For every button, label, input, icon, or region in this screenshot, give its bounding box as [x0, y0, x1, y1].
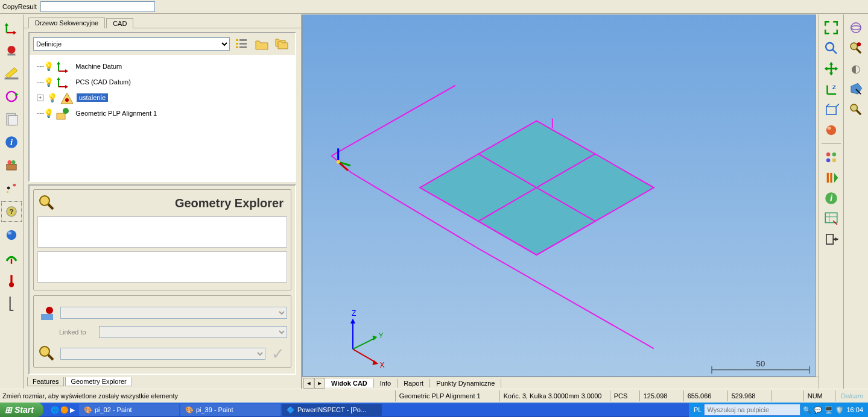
task-pi39[interactable]: 🎨pi_39 - Paint — [180, 404, 280, 416]
ie-icon[interactable]: 🌐 — [51, 406, 59, 414]
svg-line-90 — [836, 104, 839, 107]
svg-point-65 — [337, 160, 340, 164]
shaded-sphere-icon[interactable] — [822, 121, 841, 140]
svg-text:?: ? — [10, 208, 14, 215]
render-icon[interactable]: ◐ — [846, 59, 866, 78]
play-icon[interactable] — [822, 168, 841, 187]
bulb-icon: 💡 — [43, 61, 54, 71]
viewport-canvas[interactable]: Z Y X 50 — [302, 14, 816, 377]
zoom-small-icon[interactable] — [846, 100, 866, 119]
pan-icon[interactable] — [822, 59, 841, 78]
tab-cad[interactable]: CAD — [106, 18, 133, 28]
copyresult-input[interactable] — [40, 1, 155, 12]
zoom-icon[interactable] — [822, 39, 841, 58]
red-sphere-icon[interactable] — [2, 41, 21, 60]
tab-features[interactable]: Features — [27, 377, 64, 386]
tree-toolbar: Definicje — [30, 33, 295, 55]
svg-rect-29 — [236, 46, 238, 48]
vp-tab-raport[interactable]: Raport — [398, 379, 430, 387]
svg-point-114 — [851, 104, 857, 111]
svg-marker-81 — [829, 62, 834, 65]
exit-icon[interactable] — [822, 230, 841, 249]
folders-icon[interactable] — [273, 36, 291, 52]
yellow-marker-icon[interactable] — [2, 64, 21, 83]
probe-icon — [37, 303, 57, 322]
svg-rect-102 — [825, 213, 837, 222]
tree-item-plp-alignment[interactable]: ┄┄ 💡 Geometric PLP Alignment 1 — [32, 105, 293, 121]
svg-text:Y: Y — [378, 331, 383, 340]
right-toolbar-2: ◐ — [843, 14, 868, 389]
geo-linked-combo[interactable] — [99, 326, 287, 338]
task-pi02[interactable]: 🎨pi_02 - Paint — [79, 404, 179, 416]
vp-tab-info[interactable]: Info — [374, 379, 398, 387]
circle-arrow-icon[interactable] — [2, 87, 21, 106]
tree-content: ┄┄ 💡 Machine Datum ┄┄ 💡 PCS (CAD Datum) — [30, 55, 295, 181]
blue-sphere-icon[interactable] — [2, 225, 21, 245]
rgb-dots-icon[interactable] — [822, 148, 841, 167]
grid-settings-icon[interactable] — [822, 209, 841, 228]
clock[interactable]: 16:04 — [846, 406, 863, 413]
task-tray: PL 🔍 💬 🖥️ 🛡️ 16:04 — [689, 403, 868, 417]
thermometer-icon[interactable] — [2, 271, 21, 290]
panel-bottom-tabs: Features Geometry Explorer — [24, 377, 301, 389]
info-icon[interactable]: i — [2, 133, 21, 152]
tab-sequence-tree[interactable]: Drzewo Sekwencyjne — [28, 17, 105, 28]
left-panel: Drzewo Sekwencyjne CAD Definicje — [24, 14, 302, 389]
svg-rect-41 — [57, 113, 65, 119]
zoom-probe-icon[interactable] — [846, 39, 866, 58]
svg-marker-99 — [834, 173, 838, 183]
start-button[interactable]: ⊞Start — [0, 403, 43, 417]
svg-point-91 — [826, 125, 836, 135]
tree-item-ustalenie[interactable]: + 💡 ustalenie — [32, 90, 293, 105]
status-probe: Końc. 3, Kulka 3.0000mm 3.0000 — [499, 390, 610, 401]
tray-icon[interactable]: 💬 — [814, 406, 822, 414]
svg-marker-82 — [829, 73, 834, 76]
tree-item-pcs[interactable]: ┄┄ 💡 PCS (CAD Datum) — [32, 74, 293, 90]
svg-point-108 — [851, 23, 861, 33]
tray-icon2[interactable]: 🖥️ — [825, 406, 833, 414]
wireframe-icon[interactable] — [822, 100, 841, 119]
desktop-search-input[interactable] — [704, 404, 800, 416]
media-icon[interactable]: ▶ — [70, 406, 75, 414]
svg-text:Z: Z — [832, 84, 836, 90]
search-icon[interactable]: 🔍 — [803, 406, 811, 414]
tab-geometry-explorer[interactable]: Geometry Explorer — [65, 377, 131, 386]
svg-point-112 — [857, 42, 861, 46]
magnify-icon — [37, 193, 57, 213]
expand-icon[interactable]: + — [37, 95, 43, 101]
green-measure-icon[interactable] — [2, 248, 21, 268]
task-powerinspect[interactable]: 🔷PowerINSPECT - [Po... — [282, 404, 382, 416]
tray-shield-icon[interactable]: 🛡️ — [835, 406, 844, 414]
dots-icon[interactable] — [2, 178, 21, 198]
list-view-icon[interactable] — [232, 36, 250, 52]
rotate3d-icon[interactable] — [846, 18, 866, 37]
geo-combo-1[interactable] — [60, 307, 287, 319]
tab-scroll-right-icon[interactable]: ► — [314, 378, 325, 389]
svg-point-42 — [63, 108, 69, 114]
svg-marker-107 — [835, 237, 838, 242]
vp-tab-punkty[interactable]: Punkty Dynamiczne — [430, 379, 501, 387]
polygon-pick-icon[interactable] — [846, 80, 866, 99]
svg-point-20 — [7, 230, 16, 240]
brand-logo: Delcam — [835, 390, 868, 401]
info2-icon[interactable]: i — [822, 189, 841, 208]
doc-icon[interactable] — [2, 110, 21, 129]
bracket-icon[interactable]: ⎣ — [2, 294, 21, 313]
fit-icon[interactable] — [822, 18, 841, 37]
quick-icon[interactable]: 🟠 — [60, 406, 69, 414]
palette-icon[interactable] — [2, 155, 21, 175]
bulb-icon: 💡 — [47, 93, 57, 102]
svg-marker-33 — [57, 61, 60, 64]
definitions-select[interactable]: Definicje — [33, 37, 230, 51]
geo-combo-2[interactable] — [60, 348, 265, 360]
tree-item-machine-datum[interactable]: ┄┄ 💡 Machine Datum — [32, 58, 293, 74]
folder-icon[interactable] — [253, 36, 271, 52]
right-toolbar-1: Z i — [819, 14, 843, 389]
help-icon[interactable]: ? — [1, 201, 22, 222]
z-axis-icon[interactable]: Z — [822, 80, 841, 99]
lang-indicator[interactable]: PL — [694, 406, 702, 413]
axis-tool-icon[interactable] — [2, 18, 21, 37]
tab-scroll-left-icon[interactable]: ◄ — [303, 378, 314, 389]
status-z: 529.968 — [727, 390, 771, 401]
vp-tab-widok[interactable]: Widok CAD — [325, 379, 374, 387]
